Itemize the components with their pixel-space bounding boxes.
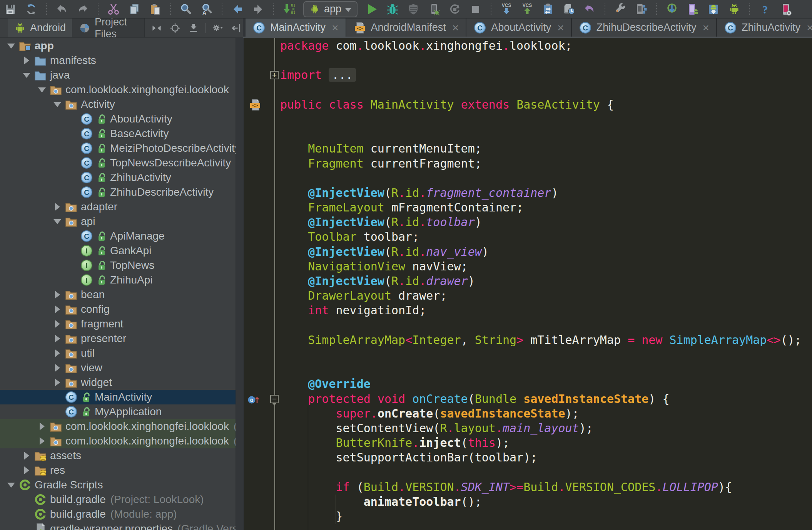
code-line[interactable]: @InjectView(R.id.nav_view) — [244, 245, 812, 259]
editor-tab-AndroidManifest[interactable]: <>AndroidManifest× — [346, 18, 467, 37]
tree-expand-right-icon[interactable] — [50, 335, 65, 342]
code-line[interactable]: setContentView(R.layout.main_layout); — [244, 421, 812, 436]
local-history-icon[interactable] — [562, 3, 575, 16]
tree-expand-right-icon[interactable] — [50, 349, 65, 357]
vcs-update-icon[interactable]: VCS — [500, 3, 513, 16]
tree-item-com.looklook.xinghongfei.looklook[interactable]: com.looklook.xinghongfei.looklook(test) — [0, 434, 236, 448]
tree-expand-right-icon[interactable] — [50, 203, 65, 211]
project-tree[interactable]: appmanifestsjavacom.looklook.xinghongfei… — [0, 38, 236, 530]
tree-expand-down-icon[interactable] — [50, 219, 65, 224]
collapse-all-icon[interactable] — [187, 22, 200, 35]
redo-icon[interactable] — [76, 3, 89, 16]
tree-item-ZhihuDescribeActivity[interactable]: CZhihuDescribeActivity — [0, 185, 236, 200]
tree-expand-down-icon[interactable] — [50, 102, 65, 107]
tree-item-build.gradle[interactable]: build.gradle(Module: app) — [0, 507, 236, 522]
android-device-monitor-icon[interactable] — [728, 3, 741, 16]
vcs-commit-icon[interactable]: VCS — [521, 3, 534, 16]
editor-tab-ZhihuActivity[interactable]: CZhihuActivity× — [717, 18, 812, 37]
settings-gear-icon[interactable] — [211, 22, 224, 35]
tree-item-ApiManage[interactable]: CApiManage — [0, 229, 236, 243]
revert-icon[interactable] — [583, 3, 596, 16]
help-icon[interactable]: ? — [759, 3, 772, 16]
sync-icon[interactable] — [25, 3, 38, 16]
code-line[interactable] — [244, 465, 812, 480]
tree-item-app[interactable]: app — [0, 39, 236, 53]
tree-expand-right-icon[interactable] — [50, 320, 65, 328]
code-line[interactable]: @InjectView(R.id.drawer) — [244, 274, 812, 288]
code-line[interactable]: DrawerLayout drawer; — [244, 288, 812, 303]
code-line[interactable]: @Override — [244, 377, 812, 391]
run-icon[interactable] — [365, 3, 378, 16]
tree-item-com.looklook.xinghongfei.looklook[interactable]: com.looklook.xinghongfei.looklook — [0, 82, 236, 97]
close-icon[interactable]: × — [807, 22, 812, 34]
tree-item-assets[interactable]: assets — [0, 448, 236, 463]
find-icon[interactable] — [179, 3, 192, 16]
fold-expand-icon[interactable]: + — [270, 71, 279, 79]
tree-item-MeiziPhotoDescribeActivity[interactable]: CMeiziPhotoDescribeActivity — [0, 141, 236, 156]
code-line[interactable]: Toolbar toolbar; — [244, 230, 812, 244]
tree-item-presenter[interactable]: presenter — [0, 331, 236, 346]
tree-item-TopNews[interactable]: ITopNews — [0, 258, 236, 273]
attach-debugger-icon[interactable] — [428, 3, 441, 16]
code-line[interactable] — [244, 53, 812, 68]
tree-item-gradle-wrapper.properties[interactable]: gradle-wrapper.properties(Gradle Version… — [0, 522, 236, 530]
related-xml-file-icon[interactable]: <> — [249, 98, 262, 111]
make-project-icon[interactable]: 011001 — [282, 3, 296, 16]
editor-tab-ZhihuDescribeActivity[interactable]: CZhihuDescribeActivity× — [572, 18, 717, 37]
code-line[interactable] — [244, 112, 812, 127]
close-icon[interactable]: × — [332, 22, 339, 34]
fold-collapse-icon[interactable]: − — [270, 395, 279, 403]
tree-item-api[interactable]: api — [0, 214, 236, 229]
hide-panel-icon[interactable] — [230, 22, 243, 35]
editor-tab-AboutActivity[interactable]: CAboutActivity× — [466, 18, 572, 37]
tree-item-Gradle-Scripts[interactable]: Gradle Scripts — [0, 478, 236, 492]
code-line[interactable]: @InjectView(R.id.toolbar) — [244, 215, 812, 230]
code-line[interactable]: public class MainActivity extends BaseAc… — [244, 97, 812, 112]
code-line[interactable]: super.onCreate(savedInstanceState); — [244, 406, 812, 421]
code-line[interactable]: setSupportActionBar(toolbar); — [244, 450, 812, 465]
tree-item-GankApi[interactable]: IGankApi — [0, 243, 236, 258]
tree-item-build.gradle[interactable]: build.gradle(Project: LookLook) — [0, 492, 236, 507]
tree-expand-down-icon[interactable] — [35, 87, 49, 92]
tree-item-java[interactable]: java — [0, 68, 236, 82]
code-line[interactable] — [244, 127, 812, 141]
code-line[interactable] — [244, 347, 812, 362]
undo-icon[interactable] — [55, 3, 69, 16]
tree-item-TopNewsDescribeActivity[interactable]: CTopNewsDescribeActivity — [0, 156, 236, 170]
project-panel-scrollbar[interactable] — [236, 38, 244, 530]
close-icon[interactable]: × — [557, 22, 564, 34]
tree-item-Activity[interactable]: Activity — [0, 97, 236, 112]
tree-item-widget[interactable]: widget — [0, 375, 236, 390]
tree-expand-down-icon[interactable] — [4, 44, 18, 49]
tree-expand-right-icon[interactable] — [19, 466, 34, 474]
code-line[interactable] — [244, 362, 812, 377]
code-line[interactable] — [244, 83, 812, 97]
cut-icon[interactable] — [107, 3, 120, 16]
code-editor[interactable]: package com.looklook.xinghongfei.lookloo… — [244, 38, 812, 530]
tree-item-MainActivity[interactable]: CMainActivity — [0, 390, 236, 404]
tree-item-manifests[interactable]: manifests — [0, 53, 236, 68]
save-icon[interactable] — [4, 3, 17, 16]
genymotion-icon[interactable] — [779, 3, 792, 16]
code-line[interactable]: } — [244, 509, 812, 524]
code-line[interactable]: FrameLayout mFragmentContainer; — [244, 200, 812, 215]
tree-expand-down-icon[interactable] — [19, 73, 34, 78]
tree-item-view[interactable]: view — [0, 361, 236, 375]
code-line[interactable]: protected void onCreate(Bundle savedInst… — [244, 392, 812, 406]
avd-manager-icon[interactable] — [686, 3, 699, 16]
tree-expand-right-icon[interactable] — [19, 57, 34, 64]
tree-item-com.looklook.xinghongfei.looklook[interactable]: com.looklook.xinghongfei.looklook(androi… — [0, 419, 236, 434]
tree-item-adapter[interactable]: adapter — [0, 200, 236, 214]
tree-expand-right-icon[interactable] — [19, 452, 34, 460]
settings-wrench-icon[interactable] — [614, 3, 627, 16]
tree-item-MyApplication[interactable]: CMyApplication — [0, 404, 236, 419]
stop-icon[interactable] — [469, 3, 482, 16]
back-icon[interactable] — [231, 3, 244, 16]
tree-item-BaseActivity[interactable]: CBaseActivity — [0, 126, 236, 141]
run-configuration-select[interactable]: app — [303, 1, 358, 17]
sdk-manager-icon[interactable] — [707, 3, 720, 16]
code-line[interactable] — [244, 171, 812, 186]
tree-item-bean[interactable]: bean — [0, 287, 236, 302]
editor-tab-MainActivity[interactable]: CMainActivity× — [246, 18, 346, 37]
gradle-sync-icon[interactable] — [665, 3, 678, 16]
